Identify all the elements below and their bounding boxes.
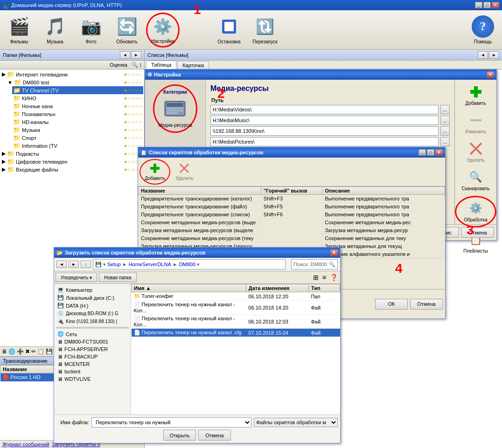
rating-filter-icon[interactable]: 🔍 — [131, 62, 138, 68]
tree-item-music[interactable]: 📁 Музыка ★☆☆☆☆ — [12, 126, 143, 134]
organize-btn[interactable]: Упорядочить ▾ — [56, 273, 97, 282]
tree-toolbar-btn3[interactable]: ➕ — [17, 348, 24, 355]
file-open-btn[interactable]: Открыть — [163, 430, 196, 441]
view-icons-btn[interactable]: ⊞ — [312, 273, 320, 282]
file-col-date[interactable]: Дата изменения — [246, 284, 308, 292]
path-btn-2[interactable]: ... — [440, 126, 450, 136]
file-row-2[interactable]: 📄 Переключить тюнер на нужный канал - Ко… — [132, 315, 340, 329]
main-nav-right[interactable]: ► — [489, 51, 499, 59]
tree-item-info[interactable]: 📁 Information (TV ★☆☆☆☆ — [12, 142, 143, 150]
main-nav-left[interactable]: ◄ — [478, 51, 488, 59]
tree-toolbar-btn5[interactable]: ✏ — [31, 348, 36, 355]
tree-item-sport[interactable]: 📁 Спорт ★☆☆☆☆ — [12, 134, 143, 142]
left-nav-left[interactable]: ◄ — [120, 51, 130, 59]
address-part-setup[interactable]: Setup — [107, 262, 121, 267]
settings-button[interactable]: ⚙️ Настройки — [146, 13, 180, 48]
file-nav-dm800[interactable]: 🖥 DM800-FCTSU001 — [56, 338, 129, 345]
file-nav-fch-backup[interactable]: 🖥 FCH-BACKUP — [56, 353, 129, 360]
settings-close-btn[interactable]: ✕ — [487, 71, 494, 78]
file-type-select[interactable]: Файлы скриптов обработки м — [254, 418, 338, 427]
file-nav-c[interactable]: 💾 Локальный диск (C:) — [56, 294, 129, 302]
maximize-btn[interactable]: □ — [483, 2, 491, 8]
file-col-name[interactable]: Имя ▲ — [132, 284, 246, 292]
file-nav-tsclient[interactable]: 🖥 tsclient — [56, 368, 129, 375]
path-input-2[interactable] — [210, 126, 439, 136]
tab-cards[interactable]: Карточки — [177, 61, 209, 69]
stop-button[interactable]: Остановка — [212, 13, 246, 48]
refresh-button[interactable]: 🔄 Обновить — [110, 13, 144, 48]
tree-toolbar-btn1[interactable]: 🖥 — [1, 348, 7, 355]
file-nav-network-disk[interactable]: 🔌 Kino (\\192.168.88.130) ( — [56, 317, 129, 325]
rating-sort-icon[interactable]: ↕ — [139, 62, 142, 68]
path-input-0[interactable] — [210, 105, 439, 114]
categories-item[interactable]: Категории Медиа-ресурсы — [153, 84, 197, 133]
add-media-btn[interactable]: Добавить — [458, 82, 493, 108]
scripts-min-btn[interactable]: _ — [418, 149, 426, 156]
tree-item-podcasts[interactable]: ▶ 📁 Подкасты ★☆☆☆☆ — [1, 150, 143, 158]
tree-toolbar-btn6[interactable]: 📋 — [37, 348, 44, 355]
script-row-0[interactable]: Предварительное транскодирование (катало… — [139, 195, 445, 203]
file-cancel-btn[interactable]: Отмена — [198, 430, 231, 441]
left-nav-right[interactable]: ► — [131, 51, 141, 59]
help-button[interactable]: ? Помощь — [466, 13, 500, 48]
script-row-5[interactable]: Сохранение метаданных медиа-ресурсов (те… — [139, 234, 445, 242]
tab-table[interactable]: Таблица — [146, 61, 176, 69]
tree-item-hd[interactable]: 📁 HD-каналы ★☆☆☆☆ — [12, 118, 143, 126]
file-row-0[interactable]: 📁 Tuner-конфиг 06.10.2018 12:20 Пап — [132, 292, 340, 301]
settings-cancel-btn[interactable]: Отмена — [461, 227, 494, 238]
file-col-type[interactable]: Тип — [308, 284, 340, 292]
file-row-1[interactable]: 📄 Переключить тюнер на нужный канал - Ко… — [132, 301, 340, 315]
tree-toolbar-btn7[interactable]: 💾 — [46, 348, 53, 355]
films-button[interactable]: 🎬 Фильмы — [2, 13, 36, 48]
close-btn[interactable]: ✕ — [492, 2, 499, 8]
restart-button[interactable]: 🔃 Перезапуск — [248, 13, 282, 48]
photo-button[interactable]: 📷 Фото — [74, 13, 108, 48]
tree-item-kino[interactable]: 📁 КИНО ★☆☆☆☆ — [12, 94, 143, 102]
script-row-4[interactable]: Загрузка метаданных медиа-ресурсов (выде… — [139, 227, 445, 234]
tree-item-night[interactable]: 📁 Ночные кана ★☆☆☆☆ — [12, 102, 143, 110]
file-nav-mcenter[interactable]: 🖥 MCENTER — [56, 360, 129, 368]
path-input-1[interactable] — [210, 116, 439, 125]
minimize-btn[interactable]: _ — [475, 2, 482, 8]
file-row-3[interactable]: 📄 Переключить тюнер на нужный канал .cfg… — [132, 329, 340, 337]
address-part-homeserver[interactable]: HomeServerDLNA — [129, 262, 171, 267]
file-name-select[interactable]: Переключить тюнер на нужный — [91, 417, 251, 427]
new-folder-btn[interactable]: Новая папка — [99, 273, 136, 282]
process-btn[interactable]: ⚙️ Обработка — [458, 199, 493, 224]
file-nav-fch-app[interactable]: 🖥 FCH-APPSERVER — [56, 345, 129, 353]
add-script-btn[interactable]: Добавить — [142, 161, 168, 182]
scan-btn[interactable]: 🔍 Сканировать — [458, 167, 493, 193]
delete-script-btn[interactable]: Удалить — [172, 161, 196, 183]
music-button[interactable]: 🎵 Музыка — [38, 13, 72, 48]
file-up-btn[interactable]: ↑ — [81, 261, 91, 268]
tree-item-dm800[interactable]: ▼ 📁 DM800 test ★☆☆☆☆ — [7, 78, 143, 86]
view-list-btn[interactable]: ≡ — [321, 273, 327, 282]
tree-item-tv-channel[interactable]: 📁 TV Channel (TV ★☆☆☆☆ — [12, 86, 143, 94]
file-back-btn[interactable]: ◄ — [56, 261, 67, 268]
path-btn-3[interactable]: ... — [440, 137, 450, 146]
script-row-3[interactable]: Сохранение метаданных медиа-ресурсов (вы… — [139, 219, 445, 227]
path-input-3[interactable] — [210, 137, 439, 146]
scripts-cancel-btn[interactable]: Отмена — [410, 299, 443, 310]
tree-item-edu[interactable]: 📁 Познавательн ★☆☆☆☆ — [12, 110, 143, 118]
delete-media-btn[interactable]: Удалить — [458, 139, 493, 165]
tree-item-incoming[interactable]: ▶ 📁 Входящие файлы ★☆☆☆☆ — [1, 165, 143, 173]
file-forward-btn[interactable]: ► — [69, 261, 79, 268]
scripts-max-btn[interactable]: □ — [427, 149, 434, 156]
path-btn-1[interactable]: ... — [440, 116, 450, 125]
tree-item-internet-tv[interactable]: ▶ 📁 Интернет телевидени ★☆☆☆☆ — [1, 70, 143, 78]
tree-toolbar-btn4[interactable]: ✖ — [25, 348, 30, 355]
script-row-1[interactable]: Предварительное транскодирование (файл) … — [139, 203, 445, 211]
file-dialog-close-btn[interactable]: ✕ — [330, 249, 338, 256]
change-media-btn[interactable]: Изменить — [458, 110, 493, 137]
script-row-2[interactable]: Предварительное транскодирование (список… — [139, 211, 445, 219]
address-part-dm800[interactable]: DM800 — [179, 262, 195, 267]
file-nav-wdtv[interactable]: 🖥 WDTVLIVE — [56, 375, 129, 383]
status-journal[interactable]: Журнал сообщений — [2, 441, 49, 447]
file-nav-network[interactable]: 🌐 Сеть — [56, 330, 129, 338]
file-address-box[interactable]: 💾 ▾ Setup ► HomeServerDLNA ► DM800 ▾ — [93, 259, 286, 269]
tree-toolbar-btn2[interactable]: 🌐 — [8, 348, 15, 355]
file-nav-computer[interactable]: 💻 Компьютер — [56, 286, 129, 294]
scripts-close-btn[interactable]: ✕ — [435, 149, 443, 156]
tree-item-digital[interactable]: ▶ 📁 Цифровое телевиден ★☆☆☆☆ — [1, 158, 143, 165]
